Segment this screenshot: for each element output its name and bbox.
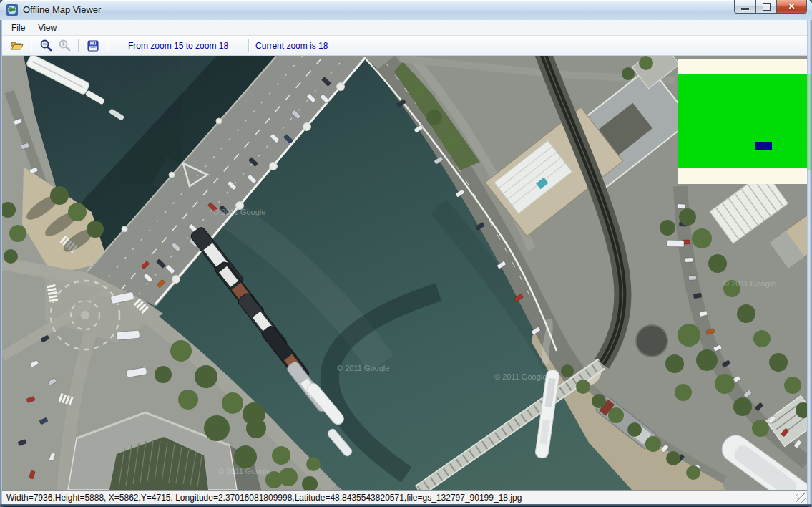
minimap-viewport-marker[interactable] [755,142,772,150]
close-button[interactable]: ✕ [777,0,807,14]
globe-map-icon [6,4,18,16]
save-button[interactable] [84,37,102,54]
status-text: Width=7936,Height=5888, X=5862,Y=4715, L… [6,493,522,503]
toolbar-separator [78,39,79,52]
zoom-out-icon [40,39,52,52]
toolbar: From zoom 15 to zoom 18 Current zoom is … [1,36,811,56]
svg-text:© 2011 Google: © 2011 Google [213,208,265,216]
resize-grip[interactable] [796,493,806,503]
toolbar-separator [107,39,108,52]
svg-text:© 2011 Google: © 2011 Google [218,467,270,475]
toolbar-separator [248,39,250,52]
menu-view-rest: iew [44,23,57,33]
window-title: Offline Map Viewer [23,4,101,15]
zoom-in-button[interactable] [56,37,73,54]
close-icon: ✕ [788,1,795,13]
open-folder-icon [11,40,24,52]
minimize-button[interactable] [734,0,755,14]
open-file-button[interactable] [9,37,26,54]
window-border-bottom [0,504,812,507]
menu-view-accel: V [38,23,44,33]
overview-minimap[interactable] [678,59,807,184]
window-border-left [0,20,2,504]
border-green-tint [807,74,812,170]
menu-view[interactable]: View [31,21,63,34]
svg-text:© 2011 Google: © 2011 Google [494,372,547,381]
toolbar-separator [31,39,32,52]
zoom-in-icon [59,39,71,52]
zoom-range-label: From zoom 15 to zoom 18 [128,41,228,51]
minimize-icon [741,8,749,10]
maximize-icon [763,3,771,11]
minimap-coverage-area [678,74,807,168]
title-bar[interactable]: Offline Map Viewer ✕ [0,0,812,21]
menu-file[interactable]: File [5,21,31,34]
current-zoom-label: Current zoom is 18 [255,41,328,51]
map-viewport[interactable]: © 2011 Google © 2011 Google © 2011 Googl… [2,56,807,490]
menu-bar: File View [1,20,811,36]
svg-text:© 2011 Google: © 2011 Google [723,279,776,288]
save-icon [87,40,99,52]
svg-text:© 2011 Google: © 2011 Google [337,364,389,372]
window-border-right [807,20,812,504]
window-controls: ✕ [734,0,807,14]
zoom-out-button[interactable] [37,37,54,54]
status-bar: Width=7936,Height=5888, X=5862,Y=4715, L… [2,490,807,504]
menu-file-rest: ile [16,23,25,33]
app-window: Offline Map Viewer ✕ File View [0,0,812,507]
app-icon [6,4,18,16]
maximize-button[interactable] [755,0,777,14]
